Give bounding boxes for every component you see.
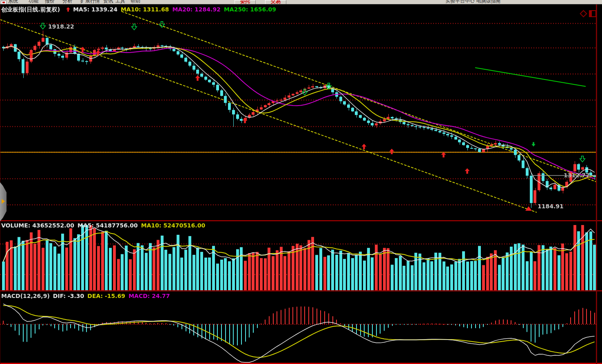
volume-indicator-value: MA5: 54187756.00 [77,222,138,229]
volume-title-row: VOLUME: 43652552.00MA5: 54187756.00MA10:… [1,222,212,229]
macd-indicator-value: DIF: -3.30 [53,293,84,299]
up-arrow-icon [66,7,71,12]
macd-title-row: MACD(12,26,9)DIF: -3.30DEA: -15.69MACD: … [1,293,177,299]
expand-arrow-icon [2,199,5,204]
high-price-label: 1918.22 [48,23,74,30]
menu-item[interactable]: 功能 [29,0,38,4]
menu-item[interactable]: 扩展行情 [80,0,100,4]
ma-indicator-value: MA5: 1339.24 [73,6,117,13]
volume-indicator-value: VOLUME: 43652552.00 [1,222,74,229]
sell-signal-icon [579,155,586,165]
menu-item[interactable]: 分析 [62,0,72,4]
menu-button[interactable]: 委托 [235,0,256,4]
menu-item[interactable]: 帮助 [131,0,140,4]
menu-item[interactable]: 系统 [8,0,18,4]
macd-indicator-value: MACD: 24.77 [128,293,170,299]
split-window-icon[interactable] [589,10,596,17]
buy-signal-icon [361,143,367,152]
main-chart-title-row: 创业板指(日线.前复权)MA5: 1339.24MA10: 1311.68MA2… [1,6,283,13]
macd-indicator-value: MACD(12,26,9) [1,293,50,299]
sell-signal-filled-icon [531,141,536,149]
menu-item[interactable]: 工具 [115,0,125,4]
buy-signal-icon [195,74,201,84]
menu-button[interactable]: 交易 [265,0,286,4]
ma-indicator-value: MA250: 1656.09 [224,6,276,13]
ma-indicator-value: MA10: 1311.68 [121,6,169,13]
buy-signal-icon [95,49,101,58]
menu-bar: 系统功能报价分析扩展行情资讯工具帮助 委托交易 实验平台中心 电脑版指南 [0,0,602,4]
volume-indicator-value: MA10: 52470516.00 [141,222,205,229]
ma-indicator-value: MA20: 1284.92 [172,6,221,13]
sell-signal-icon [301,88,308,98]
low-price-label: 1184.91 [538,203,564,210]
buy-signal-icon [28,50,34,59]
buy-signal-icon [80,46,86,55]
buy-signal-icon [464,167,470,176]
instrument-title[interactable]: 创业板指(日线.前复权) [1,6,60,13]
menu-item[interactable]: 资讯 [103,0,113,4]
menu-item[interactable]: 报价 [45,0,55,4]
buy-signal-icon [389,148,395,157]
sell-signal-icon [131,23,137,33]
sell-signal-icon [325,82,332,92]
app-icon [1,0,7,4]
sell-signal-icon [159,20,165,30]
menu-right-text: 实验平台中心 电脑版指南 [445,0,501,4]
chart-canvas[interactable] [0,0,602,364]
last-price-label: 1312.77 - [564,172,594,179]
buy-signal-icon [242,117,248,126]
buy-signal-icon [440,151,447,160]
low-point-triangle-icon [525,205,532,212]
macd-indicator-value: DEA: -15.69 [87,293,125,299]
sell-signal-icon [40,22,46,32]
